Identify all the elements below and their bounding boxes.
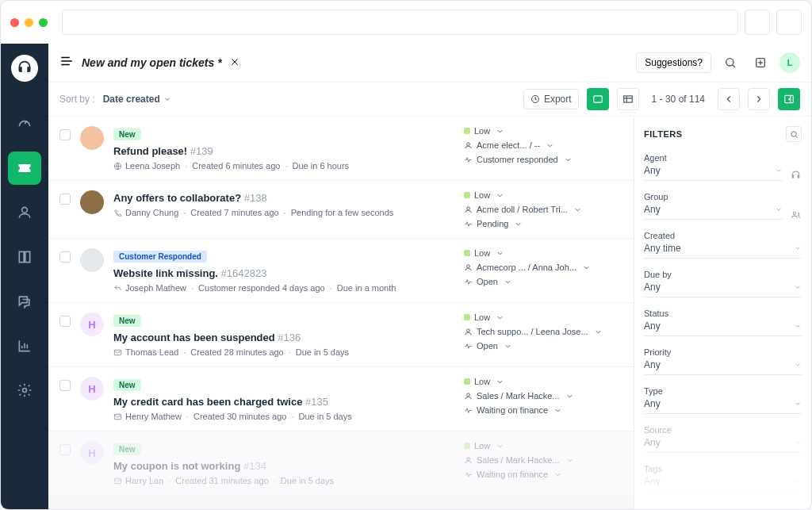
status-selector[interactable]: Pending: [464, 219, 622, 228]
nav-settings[interactable]: [8, 374, 41, 407]
status-selector[interactable]: Waiting on finance: [464, 405, 622, 415]
nav-reports[interactable]: [8, 329, 41, 362]
priority-selector[interactable]: Low: [464, 441, 622, 451]
layout-card-button[interactable]: [587, 88, 609, 110]
filter-search-icon[interactable]: [786, 126, 802, 142]
filter-group: StatusAny: [644, 309, 802, 336]
status-selector[interactable]: Open: [464, 341, 622, 351]
ticket-row[interactable]: HNewMy coupon is not working #134Harry L…: [48, 431, 634, 496]
meta-due: Due in a month: [337, 283, 396, 293]
meta-created: Customer responded 4 days ago: [198, 283, 325, 293]
headset-icon[interactable]: [791, 170, 802, 181]
ticket-checkbox[interactable]: [59, 444, 71, 455]
status-selector[interactable]: Waiting on finance: [464, 470, 622, 479]
ticket-number: #136: [278, 332, 301, 343]
priority-selector[interactable]: Low: [464, 190, 622, 200]
ticket-row[interactable]: HNewMy account has been suspended #136Th…: [48, 303, 634, 367]
layout-table-button[interactable]: [617, 88, 639, 110]
chevron-down-icon: [794, 400, 802, 408]
ticket-row[interactable]: NewRefund please! #139Leena JosephCreate…: [48, 117, 634, 181]
filter-value: Any: [644, 398, 794, 409]
filter-group: Due byAny: [644, 270, 802, 297]
nav-knowledge[interactable]: [8, 240, 41, 274]
titlebar-button-2[interactable]: [776, 10, 802, 35]
filter-select[interactable]: Any: [644, 398, 802, 414]
filter-value: Any time: [644, 243, 794, 254]
filter-group: PriorityAny: [644, 347, 802, 375]
ticket-badge: Customer Responded: [113, 251, 207, 263]
priority-selector[interactable]: Low: [464, 377, 622, 386]
meta-due: Due in 6 hours: [293, 161, 350, 171]
filter-select[interactable]: Any: [644, 204, 783, 220]
filter-label: Created: [644, 231, 802, 240]
assign-label: Acme elect... / --: [477, 140, 540, 150]
nav-tickets[interactable]: [8, 151, 41, 185]
views-menu-icon[interactable]: [59, 54, 74, 71]
filter-select[interactable]: Any time: [644, 243, 802, 259]
sort-dropdown[interactable]: Date created: [103, 94, 171, 105]
ticket-row[interactable]: Any offers to collaborate? #138Danny Chu…: [48, 181, 634, 239]
meta-created: Created 30 minutes ago: [193, 412, 286, 421]
page-next-button[interactable]: [748, 88, 770, 110]
ticket-row[interactable]: Customer RespondedWebsite link missing. …: [48, 239, 634, 303]
minimize-window-dot[interactable]: [25, 18, 33, 27]
titlebar-button-1[interactable]: [745, 10, 770, 35]
status-selector[interactable]: Open: [464, 277, 622, 286]
address-bar[interactable]: [62, 10, 738, 35]
pulse-icon: [464, 220, 473, 228]
app-logo[interactable]: [11, 55, 38, 82]
maximize-window-dot[interactable]: [39, 18, 48, 27]
chevron-down-icon: [553, 470, 562, 479]
filter-select[interactable]: Any: [644, 359, 802, 375]
filter-label: Type: [644, 386, 802, 396]
list-toolbar: Sort by : Date created Export 1 - 30 of …: [48, 82, 811, 117]
filter-label: Agent: [644, 153, 802, 163]
assign-selector[interactable]: Tech suppo... / Leena Jose...: [464, 327, 622, 336]
filter-select[interactable]: Any: [644, 320, 802, 336]
priority-selector[interactable]: Low: [464, 126, 622, 136]
ticket-row[interactable]: HNewMy credit card has been charged twic…: [48, 367, 634, 431]
ticket-checkbox[interactable]: [59, 129, 71, 140]
filter-select[interactable]: Any: [644, 437, 802, 453]
view-title: New and my open tickets *: [82, 56, 222, 69]
assign-selector[interactable]: Sales / Mark Hacke...: [464, 455, 622, 465]
page-prev-button[interactable]: [718, 88, 740, 110]
search-icon[interactable]: [719, 52, 741, 74]
ticket-checkbox[interactable]: [59, 251, 71, 263]
clock-icon: [530, 94, 540, 104]
sort-label: Sort by :: [59, 94, 95, 105]
status-selector[interactable]: Customer responded: [464, 155, 622, 164]
filter-value: Any: [644, 359, 794, 370]
assign-label: Sales / Mark Hacke...: [477, 391, 560, 401]
assign-selector[interactable]: Acme elect... / --: [464, 140, 622, 150]
new-ticket-icon[interactable]: [749, 52, 772, 74]
nav-contacts[interactable]: [8, 196, 41, 229]
assign-selector[interactable]: Acme doll / Robert Tri...: [464, 205, 622, 214]
filter-label: Group: [644, 192, 802, 201]
ticket-badge: New: [113, 443, 141, 455]
ticket-badge: New: [113, 315, 141, 327]
ticket-checkbox[interactable]: [59, 316, 71, 327]
requester-avatar: [80, 248, 104, 272]
channel-icon: [113, 412, 122, 421]
toggle-filters-button[interactable]: [778, 88, 800, 110]
filter-select[interactable]: Any: [644, 282, 802, 297]
suggestions-button[interactable]: Suggestions?: [636, 52, 711, 73]
chevron-down-icon: [514, 220, 523, 228]
filter-select[interactable]: Any: [644, 476, 802, 492]
filter-select[interactable]: Any: [644, 165, 783, 181]
nav-chat[interactable]: [8, 285, 41, 318]
ticket-checkbox[interactable]: [59, 194, 71, 205]
meta-created: Created 31 minutes ago: [175, 476, 268, 485]
user-avatar[interactable]: L: [779, 52, 800, 73]
nav-dashboard[interactable]: [8, 107, 41, 140]
priority-selector[interactable]: Low: [464, 313, 622, 322]
people-icon[interactable]: [791, 209, 802, 220]
assign-selector[interactable]: Acmecorp ... / Anna Joh...: [464, 263, 622, 272]
priority-selector[interactable]: Low: [464, 248, 622, 258]
ticket-checkbox[interactable]: [59, 380, 71, 391]
close-view-icon[interactable]: [230, 56, 239, 70]
close-window-dot[interactable]: [10, 18, 19, 27]
export-button[interactable]: Export: [523, 89, 579, 109]
assign-selector[interactable]: Sales / Mark Hacke...: [464, 391, 622, 401]
